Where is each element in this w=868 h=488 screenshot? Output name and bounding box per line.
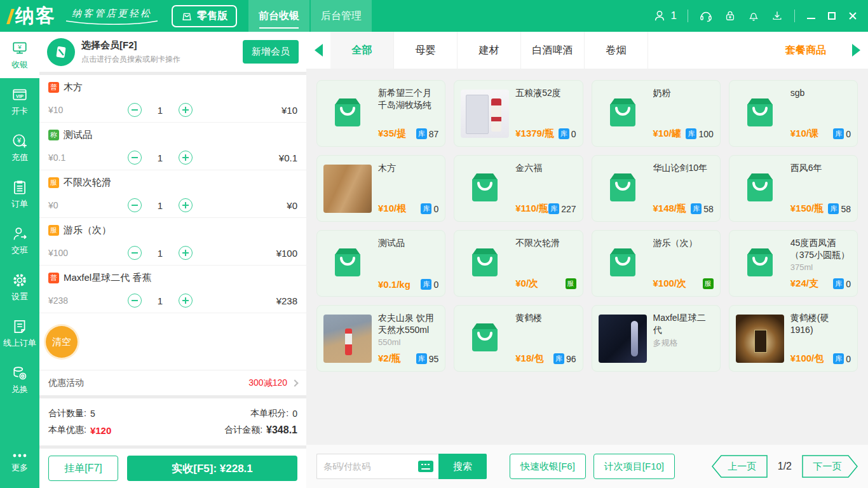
cart-item-row: 服 不限次轮滑 ¥0 1 ¥0 xyxy=(39,170,306,218)
arrow-left-icon xyxy=(315,44,323,57)
stock-count: 58 xyxy=(703,204,714,214)
product-name: Maxfel星球二代 xyxy=(653,312,714,336)
window-minimize-button[interactable] xyxy=(806,11,816,21)
product-bottom-row: ¥0.1/kg 库 0 xyxy=(378,279,438,290)
discount-value: ¥120 xyxy=(90,425,111,436)
lock-icon[interactable] xyxy=(724,10,736,22)
product-name: 测试品 xyxy=(378,237,438,249)
sidebar-item-orders[interactable]: 订单 xyxy=(0,171,39,217)
product-card[interactable]: 不限次轮滑 ¥0/次 服 xyxy=(454,230,583,297)
total-amount-value: ¥348.1 xyxy=(266,424,297,436)
decrease-qty-button[interactable] xyxy=(128,103,142,117)
search-button[interactable]: 搜索 xyxy=(438,454,487,479)
increase-qty-button[interactable] xyxy=(179,294,193,308)
decrease-qty-button[interactable] xyxy=(128,198,142,212)
total-amount-label: 合计金额: xyxy=(224,424,262,436)
category-tab-baijiu[interactable]: 白酒啤酒 xyxy=(521,32,585,69)
next-page-button[interactable]: 下一页 xyxy=(802,455,858,478)
product-card[interactable]: 新希望三个月千岛湖牧场纯 ¥35/提 库 87 xyxy=(316,80,445,147)
cart-item-row: 称 测试品 ¥0.1 1 ¥0.1 xyxy=(39,123,306,170)
product-card[interactable]: 西风6年 ¥150/瓶 库 58 xyxy=(729,155,858,222)
product-price: ¥150/瓶 xyxy=(790,203,824,215)
product-photo xyxy=(323,165,372,213)
user-icon[interactable] xyxy=(653,9,667,23)
increase-qty-button[interactable] xyxy=(179,246,193,260)
cart-item-controls: ¥10 1 ¥10 xyxy=(48,103,297,117)
product-card[interactable]: 测试品 ¥0.1/kg 库 0 xyxy=(316,230,445,297)
category-tab-combo[interactable]: 套餐商品 xyxy=(768,32,844,69)
product-name: 新希望三个月千岛湖牧场纯 xyxy=(378,87,438,111)
increase-qty-button[interactable] xyxy=(179,198,193,212)
sidebar-item-open-card[interactable]: VIP 开卡 xyxy=(0,78,39,125)
category-scroll-right-button[interactable] xyxy=(844,32,868,69)
category-tab-juanyan[interactable]: 卷烟 xyxy=(585,32,648,69)
increase-qty-button[interactable] xyxy=(179,151,193,165)
cart-item-header: 普 Maxfel星球二代 香蕉 xyxy=(48,272,297,284)
sidebar-item-online-orders[interactable]: 线上订单 xyxy=(0,310,39,356)
sidebar-item-cashier[interactable]: ¥ 收银 xyxy=(0,32,39,78)
product-type-badge: 称 xyxy=(48,130,59,140)
sidebar-item-shift-change[interactable]: 交班 xyxy=(0,217,39,264)
sidebar-item-settings[interactable]: 设置 xyxy=(0,264,39,310)
product-card[interactable]: sgb ¥10/课 库 0 xyxy=(729,80,858,147)
slogan: 纳客管店更轻松 xyxy=(65,8,159,25)
category-scroll-left-button[interactable] xyxy=(306,32,330,69)
clear-cart-button[interactable]: 清空 xyxy=(46,326,78,358)
window-maximize-button[interactable] xyxy=(827,11,837,21)
stock-type-badge: 库 xyxy=(833,128,844,139)
sidebar-item-recharge[interactable]: ¥ 充值 xyxy=(0,125,39,171)
decrease-qty-button[interactable] xyxy=(128,151,142,165)
product-card[interactable]: 农夫山泉 饮用天然水550ml 550ml ¥2/瓶 库 95 xyxy=(316,305,445,372)
product-card[interactable]: 黄鹤楼(硬1916) ¥100/包 库 0 xyxy=(729,305,858,372)
count-item-button[interactable]: 计次项目[F10] xyxy=(593,454,675,479)
product-card[interactable]: 五粮液52度 ¥1379/瓶 库 0 xyxy=(454,80,583,147)
category-tab-muying[interactable]: 母婴 xyxy=(394,32,458,69)
bell-icon[interactable] xyxy=(747,10,760,22)
arrow-right-icon xyxy=(852,44,860,57)
keyboard-icon[interactable] xyxy=(418,461,433,472)
svg-text:¥: ¥ xyxy=(17,43,22,50)
headset-icon[interactable] xyxy=(699,9,713,23)
download-icon[interactable] xyxy=(771,10,783,22)
stock-info: 库 100 xyxy=(686,128,713,139)
decrease-qty-button[interactable] xyxy=(128,294,142,308)
product-type-badge: 普 xyxy=(48,273,59,283)
product-card[interactable]: 黄鹤楼 ¥18/包 库 96 xyxy=(454,305,583,372)
hold-order-button[interactable]: 挂单[F7] xyxy=(48,456,118,481)
select-member-box[interactable]: 选择会员[F2] 点击进行会员搜索或刷卡操作 新增会员 xyxy=(39,32,306,72)
sidebar-item-more[interactable]: 更多 xyxy=(0,439,39,485)
slogan-swoosh-icon xyxy=(65,20,159,25)
add-member-button[interactable]: 新增会员 xyxy=(243,40,299,64)
product-card[interactable]: 木方 ¥10/根 库 0 xyxy=(316,155,445,222)
product-info: 农夫山泉 饮用天然水550ml 550ml ¥2/瓶 库 95 xyxy=(378,312,438,365)
quick-cashier-button[interactable]: 快速收银[F6] xyxy=(510,454,586,479)
product-card[interactable]: 华山论剑10年 ¥148/瓶 库 58 xyxy=(592,155,721,222)
product-image xyxy=(461,165,509,213)
product-image xyxy=(599,165,647,213)
window-close-button[interactable] xyxy=(848,11,858,21)
product-card[interactable]: Maxfel星球二代 多规格 xyxy=(592,305,721,372)
product-card[interactable]: 45度西凤酒（375小圆瓶） 375ml ¥24/支 库 0 xyxy=(729,230,858,297)
product-bottom-row: ¥35/提 库 87 xyxy=(378,128,438,140)
decrease-qty-button[interactable] xyxy=(128,246,142,260)
product-card[interactable]: 奶粉 ¥10/罐 库 100 xyxy=(592,80,721,147)
product-card[interactable]: 游乐（次） ¥100/次 服 xyxy=(592,230,721,297)
category-tab-all[interactable]: 全部 xyxy=(330,32,394,69)
product-info: 西风6年 ¥150/瓶 库 58 xyxy=(790,162,851,215)
product-price: ¥10/根 xyxy=(378,203,406,215)
product-card[interactable]: 金六福 ¥110/瓶 库 227 xyxy=(454,155,583,222)
prev-page-button[interactable]: 上一页 xyxy=(712,455,768,478)
product-spec: 550ml xyxy=(378,337,438,347)
tab-back-management[interactable]: 后台管理 xyxy=(311,0,372,32)
svg-text:¥: ¥ xyxy=(17,136,22,144)
product-image xyxy=(323,165,372,213)
pay-button[interactable]: 实收[F5]: ¥228.1 xyxy=(127,456,297,481)
stock-type-badge: 库 xyxy=(833,353,844,364)
sidebar-item-redeem[interactable]: 兑换 xyxy=(0,356,39,403)
tab-front-cashier[interactable]: 前台收银 xyxy=(248,0,309,32)
product-bottom-row: ¥10/课 库 0 xyxy=(790,128,851,140)
promo-row[interactable]: 优惠活动 300减120 xyxy=(39,370,306,395)
product-bottom-row: ¥110/瓶 库 227 xyxy=(515,203,576,215)
category-tab-jiancai[interactable]: 建材 xyxy=(458,32,521,69)
increase-qty-button[interactable] xyxy=(179,103,193,117)
